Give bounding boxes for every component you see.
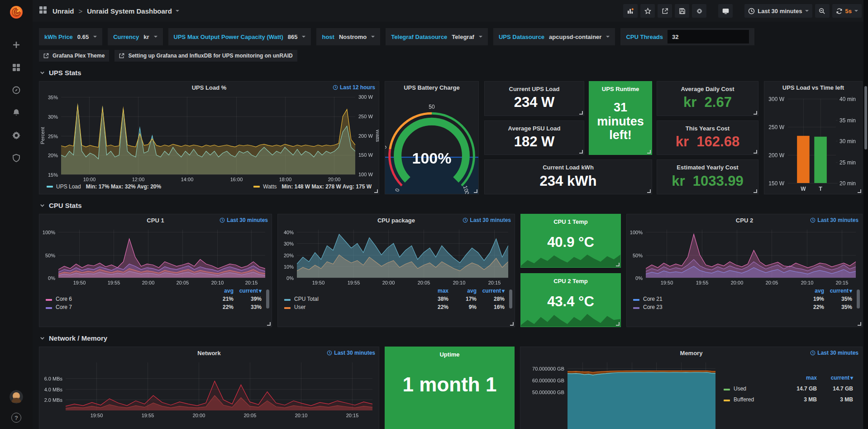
panel-time-override-badge[interactable]: Last 30 minutes: [327, 350, 375, 356]
panel-time-override-badge[interactable]: Last 12 hours: [333, 84, 375, 91]
link-grafana-plex-theme[interactable]: Grafana Plex Theme: [39, 50, 109, 62]
legend-column-avg[interactable]: avg: [207, 287, 235, 295]
variable-kwh-price[interactable]: kWh Price 0.65: [39, 28, 102, 45]
panel-resize-handle[interactable]: [647, 150, 651, 154]
refresh-button[interactable]: 5s: [832, 4, 862, 18]
stat-title[interactable]: Uptime: [385, 347, 514, 358]
series-color-swatch[interactable]: [633, 307, 639, 309]
breadcrumb-folder[interactable]: Unraid: [52, 7, 74, 15]
refresh-interval-label[interactable]: 5s: [845, 8, 852, 14]
user-avatar[interactable]: [10, 390, 23, 404]
share-dashboard-button[interactable]: [658, 4, 672, 18]
panel-time-override-badge[interactable]: Last 30 minutes: [810, 217, 858, 223]
variable-ups-max-output[interactable]: UPS Max Output Power Capacity (Watt) 865: [168, 28, 311, 45]
series-name[interactable]: User: [294, 304, 305, 310]
help-icon[interactable]: ?: [11, 413, 21, 423]
server-admin-shield-icon[interactable]: [11, 153, 21, 163]
variable-value[interactable]: 865: [288, 34, 298, 40]
cpu-package-chart[interactable]: [278, 226, 515, 287]
panel-resize-handle[interactable]: [616, 263, 620, 266]
stat-title[interactable]: Estimated Yearly Cost: [657, 160, 758, 171]
zoom-out-time-button[interactable]: [815, 4, 830, 18]
stat-title[interactable]: Current Load kWh: [485, 160, 652, 171]
panel-resize-handle[interactable]: [579, 111, 583, 115]
dashboard-grid-icon[interactable]: [39, 6, 47, 16]
series-color-swatch[interactable]: [633, 299, 639, 301]
panel-time-override-badge[interactable]: Last 30 minutes: [219, 217, 268, 223]
memory-chart[interactable]: [520, 359, 722, 429]
panel-time-override-badge[interactable]: Last 30 minutes: [810, 350, 858, 356]
panel-resize-handle[interactable]: [754, 189, 757, 193]
page-scrollbar[interactable]: [863, 0, 868, 429]
add-panel-button[interactable]: [623, 4, 638, 18]
time-range-picker[interactable]: Last 30 minutes: [744, 4, 812, 18]
panel-resize-handle[interactable]: [374, 189, 378, 193]
section-cpu-stats[interactable]: CPU Stats: [40, 202, 861, 209]
series-color-swatch[interactable]: [724, 389, 730, 390]
stat-title[interactable]: CPU 2 Temp: [521, 274, 620, 284]
series-name[interactable]: Buffered: [734, 396, 754, 403]
series-color-swatch[interactable]: [46, 307, 52, 309]
panel-title[interactable]: UPS Load vs Time left: [764, 84, 862, 91]
section-network-memory[interactable]: Network / Memory: [40, 334, 861, 342]
stat-title[interactable]: UPS Runtime: [589, 82, 652, 92]
dashboards-icon[interactable]: [11, 63, 21, 72]
series-name[interactable]: UPS Load: [56, 183, 81, 190]
stat-title[interactable]: This Years Cost: [657, 121, 758, 132]
variable-value[interactable]: kr: [143, 34, 149, 40]
cpu1-chart[interactable]: [39, 226, 272, 287]
series-name[interactable]: Watts: [263, 183, 277, 190]
legend-column-avg[interactable]: avg: [450, 287, 478, 295]
stat-title[interactable]: CPU 1 Temp: [521, 214, 620, 225]
series-color-swatch[interactable]: [46, 299, 52, 301]
legend-column-current[interactable]: current: [235, 287, 263, 295]
cpu-threads-input[interactable]: [668, 30, 749, 43]
panel-resize-handle[interactable]: [754, 111, 757, 115]
series-name[interactable]: Core 6: [56, 296, 72, 302]
panel-title[interactable]: UPS Load %: [39, 84, 379, 91]
variable-telegraf-datasource[interactable]: Telegraf Datasource Telegraf: [386, 28, 488, 45]
panel-resize-handle[interactable]: [754, 150, 757, 154]
alerting-bell-icon[interactable]: [11, 108, 21, 118]
panel-time-override-badge[interactable]: Last 30 minutes: [463, 217, 511, 223]
series-name[interactable]: Core 21: [643, 296, 663, 302]
save-dashboard-button[interactable]: [675, 4, 689, 18]
star-dashboard-button[interactable]: [640, 4, 655, 18]
legend-column-max[interactable]: max: [782, 372, 819, 383]
series-name[interactable]: Used: [734, 386, 746, 392]
network-chart[interactable]: [39, 359, 379, 419]
grafana-logo-icon[interactable]: [9, 5, 24, 20]
panel-resize-handle[interactable]: [858, 322, 861, 326]
legend-column-current[interactable]: current: [826, 287, 854, 295]
create-plus-icon[interactable]: [11, 40, 21, 50]
legend-scrollbar[interactable]: [857, 289, 860, 308]
variable-value[interactable]: Telegraf: [452, 34, 474, 40]
legend-scrollbar[interactable]: [509, 289, 512, 308]
series-color-swatch[interactable]: [47, 186, 53, 188]
panel-resize-handle[interactable]: [647, 189, 651, 193]
link-ups-monitoring-guide[interactable]: Setting up Grafana and InfluxDB for UPS …: [114, 50, 297, 62]
series-color-swatch[interactable]: [284, 307, 291, 309]
variable-value[interactable]: apcupsd-container: [549, 34, 601, 40]
ups-load-vs-time-chart[interactable]: [764, 93, 862, 194]
explore-compass-icon[interactable]: [11, 85, 21, 95]
series-name[interactable]: Core 7: [56, 304, 72, 310]
variable-host[interactable]: host Nostromo: [316, 28, 380, 45]
panel-resize-handle[interactable]: [510, 322, 514, 326]
series-name[interactable]: CPU Total: [294, 296, 319, 302]
scrollbar-thumb[interactable]: [864, 86, 867, 149]
panel-resize-handle[interactable]: [616, 322, 620, 326]
dashboard-title[interactable]: Unraid System Dashboard: [87, 7, 179, 15]
panel-resize-handle[interactable]: [267, 322, 271, 326]
panel-resize-handle[interactable]: [579, 150, 583, 154]
stat-title[interactable]: Current UPS Load: [485, 82, 584, 92]
legend-column-max[interactable]: max: [422, 287, 450, 295]
series-color-swatch[interactable]: [724, 400, 730, 401]
stat-title[interactable]: Average PSU Load: [485, 121, 584, 132]
battery-gauge[interactable]: [385, 93, 478, 194]
dashboard-settings-button[interactable]: [692, 4, 706, 18]
legend-column-avg[interactable]: avg: [798, 287, 826, 295]
section-ups-stats[interactable]: UPS Stats: [40, 69, 861, 77]
stat-title[interactable]: Average Daily Cost: [657, 82, 758, 92]
panel-title[interactable]: UPS Battery Charge: [385, 84, 478, 91]
